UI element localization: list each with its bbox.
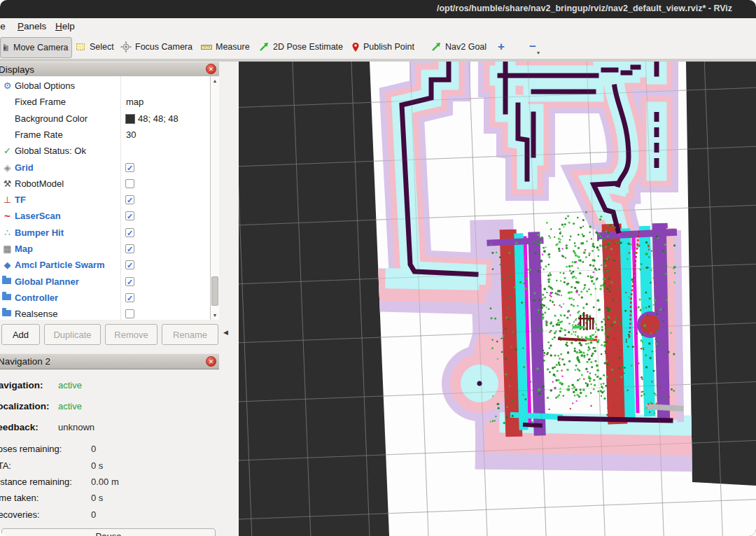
property-value[interactable]: 30 [126,129,136,140]
green-arrow-icon [431,42,442,52]
display-label: Global Planner [15,276,79,287]
axes-icon: ⊥ [2,195,13,205]
property-value[interactable]: map [126,97,144,107]
nav2-panel-title: Navigation 2 [0,356,50,367]
window-title: /opt/ros/humble/share/nav2_bringup/rviz/… [420,3,749,13]
nav2-row-value: 0 [91,444,96,454]
tool-nav2-goal[interactable]: Nav2 Goal [428,37,489,57]
grid-icon: ◈ [2,162,13,173]
tool-label: Nav2 Goal [445,42,486,52]
display-label: Amcl Particle Swarm [15,260,105,270]
pause-button[interactable]: Pause [1,528,216,536]
remove-button[interactable]: Remove [105,324,158,345]
display-row-grid[interactable]: ◈Grid✓ [0,160,210,176]
panel-collapse-icon[interactable]: ◀ [223,329,228,336]
zoom-in-button[interactable]: + [492,38,510,56]
display-row-fixed-frame[interactable]: Fixed Framemap [0,94,210,111]
enabled-checkbox[interactable]: ✓ [125,293,134,302]
nav2-row-value: active [58,401,82,411]
display-label: LaserScan [15,211,61,221]
tool-label: Move Camera [13,43,69,52]
display-row-tf[interactable]: ⊥TF✓ [0,192,210,209]
tool-2d-pose-estimate[interactable]: 2D Pose Estimate [256,37,346,57]
display-label: Grid [15,162,34,173]
enabled-checkbox[interactable]: ✓ [125,228,134,237]
displays-panel-header[interactable]: Displays ✕ [0,62,219,78]
map-icon: ▦ [2,244,13,254]
selection-box-icon [76,42,86,52]
menu-item-file[interactable]: File [0,20,8,32]
menu-item-help[interactable]: Help [53,20,77,32]
enabled-checkbox[interactable]: ✓ [125,260,134,269]
title-bar[interactable]: /opt/ros/humble/share/nav2_bringup/rviz/… [0,0,756,18]
nav2-row-value: 0 [91,509,96,520]
tool-publish-point[interactable]: Publish Point [349,37,417,57]
display-label: Background Color [15,113,88,124]
tool-select[interactable]: Select [73,37,117,57]
tool-focus-camera[interactable]: Focus Camera [118,37,195,57]
displays-panel-title: Displays [0,64,34,75]
nav2-row-value: 0.00 m [91,477,119,487]
scrollbar-thumb[interactable] [211,276,218,306]
display-row-frame-rate[interactable]: Frame Rate30 [0,127,210,143]
close-icon[interactable]: ✕ [206,64,216,74]
nav2-panel-body: Navigation:activeLocalization:activeFeed… [0,369,219,536]
display-label: RobotModel [15,178,64,189]
enabled-checkbox[interactable] [125,309,134,318]
display-label: Global Status: Ok [15,146,86,156]
enabled-checkbox[interactable]: ✓ [125,211,134,220]
display-row-background-color[interactable]: Background Color48; 48; 48 [0,111,210,127]
nav2-row-label: Poses remaining: [0,444,62,454]
display-row-bumper-hit[interactable]: ∴Bumper Hit✓ [0,225,210,241]
rename-button[interactable]: Rename [162,324,218,345]
column-separator [120,76,121,320]
display-row-controller[interactable]: Controller✓ [0,290,210,306]
nav2-row-label: Recoveries: [0,509,40,520]
display-row-global-planner[interactable]: Global Planner✓ [0,274,210,290]
enabled-checkbox[interactable]: ✓ [125,195,134,204]
nav2-row-label: Time taken: [0,493,38,503]
display-row-laserscan[interactable]: ~LaserScan✓ [0,209,210,225]
display-row-realsense[interactable]: Realsense [0,306,210,320]
rviz-window: /opt/ros/humble/share/nav2_bringup/rviz/… [0,0,756,536]
tool-move-camera[interactable]: Move Camera [0,37,72,58]
scroll-up-icon[interactable]: ▲ [211,76,219,85]
tool-label: Focus Camera [135,42,192,52]
diamond-icon: ◆ [2,260,13,270]
scrollbar[interactable]: ▲ ▼ [210,76,219,320]
3d-viewport[interactable] [239,62,756,536]
property-value[interactable]: 48; 48; 48 [138,113,178,124]
display-label: Controller [15,292,58,303]
scroll-down-icon[interactable]: ▼ [211,311,219,320]
enabled-checkbox[interactable]: ✓ [125,244,134,253]
folder-icon [2,294,11,300]
enabled-checkbox[interactable] [125,179,134,188]
display-row-global-status-ok[interactable]: ✓Global Status: Ok [0,143,210,160]
tool-label: Measure [216,42,250,52]
map-pin-icon [351,42,360,52]
duplicate-button[interactable]: Duplicate [44,324,101,345]
folder-icon [2,310,11,316]
nav2-panel-header[interactable]: Navigation 2 ✕ [0,353,219,369]
green-arrow-icon [259,42,270,52]
enabled-checkbox[interactable]: ✓ [125,163,134,172]
menu-bar: FilePanelsHelp [0,18,756,36]
gear-icon: ⚙ [2,80,13,91]
enabled-checkbox[interactable]: ✓ [125,277,134,286]
display-row-amcl-particle-swarm[interactable]: ◆Amcl Particle Swarm✓ [0,258,210,274]
display-label: Realsense [15,309,57,319]
display-row-map[interactable]: ▦Map✓ [0,241,210,258]
menu-item-panels[interactable]: Panels [15,20,48,32]
display-row-global-options[interactable]: ⚙Global Options [0,78,210,94]
folder-icon [2,278,11,284]
displays-tree[interactable]: ⚙Global OptionsFixed FramemapBackground … [0,76,210,320]
tool-measure[interactable]: Measure [198,37,253,57]
display-row-robotmodel[interactable]: ⚒RobotModel [0,176,210,192]
nav2-row-label: Navigation: [0,380,43,390]
chevron-down-icon[interactable]: ▾ [537,50,540,56]
add-button[interactable]: Add [1,324,40,345]
laserscan-icon: ~ [2,211,13,221]
color-swatch[interactable] [125,114,135,124]
close-icon[interactable]: ✕ [206,356,216,367]
display-label: Frame Rate [15,129,63,140]
